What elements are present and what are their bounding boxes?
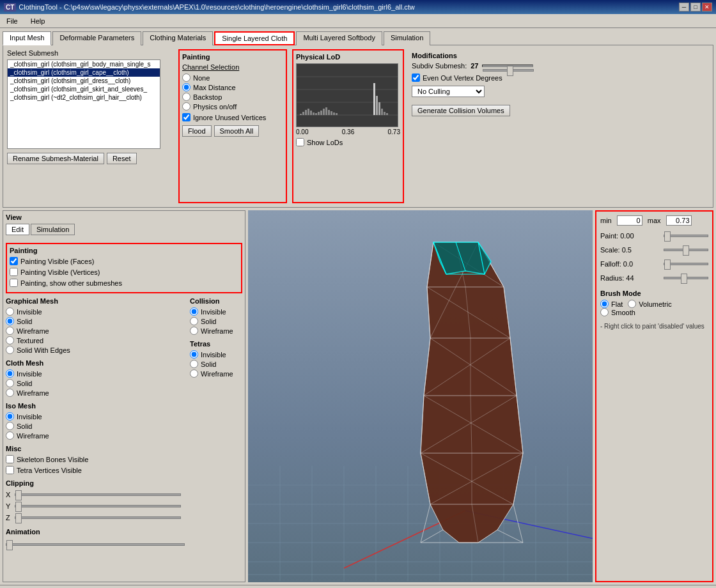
radius-slider[interactable] <box>664 273 708 283</box>
gm-wireframe[interactable]: Wireframe <box>6 327 185 335</box>
brush-mode-header: Brush Mode <box>600 290 708 297</box>
even-out-row[interactable]: Even Out Vertex Degrees <box>412 74 706 82</box>
tab-simulation[interactable]: Simulation <box>31 224 75 235</box>
submesh-item-1[interactable]: _clothsim_girl (clothsim_girl_cape__clot… <box>8 68 160 77</box>
tet-solid[interactable]: Solid <box>190 360 242 368</box>
tet-invisible[interactable]: Invisible <box>190 350 242 359</box>
menu-help[interactable]: Help <box>27 16 49 26</box>
gm-solid-edges[interactable]: Solid With Edges <box>6 346 185 354</box>
painting-actions: Flood Smooth All <box>182 125 283 137</box>
minimize-btn[interactable]: ─ <box>679 3 689 12</box>
channel-options: None Max Distance Backstop Physics on/of… <box>182 74 283 111</box>
channel-max-dist[interactable]: Max Distance <box>182 83 283 91</box>
brush-smooth-opt[interactable]: Smooth <box>600 308 635 316</box>
painting-visible-vertices-row[interactable]: Painting Visible (Vertices) <box>10 268 238 276</box>
svg-rect-22 <box>378 102 380 115</box>
im-wireframe[interactable]: Wireframe <box>6 431 185 440</box>
brush-volumetric[interactable]: Volumetric <box>628 300 671 308</box>
painting-visible-faces-row[interactable]: Painting Visible (Faces) <box>10 257 238 265</box>
collision-header: Collision <box>190 297 242 305</box>
maximize-btn[interactable]: □ <box>690 3 701 12</box>
subdiv-slider[interactable] <box>483 65 534 75</box>
svg-rect-14 <box>323 109 325 115</box>
smooth-all-btn[interactable]: Smooth All <box>214 125 260 137</box>
close-btn[interactable]: ✕ <box>702 3 712 12</box>
even-out-cb[interactable] <box>412 74 420 82</box>
lod-title: Physical LoD <box>296 53 400 61</box>
painting-visible-faces-cb[interactable] <box>10 257 18 265</box>
submesh-item-3[interactable]: _clothsim_girl (clothsim_girl_skirt_and_… <box>8 85 160 93</box>
col-invisible[interactable]: Invisible <box>190 307 242 316</box>
scale-slider[interactable] <box>664 245 708 255</box>
falloff-slider[interactable] <box>664 259 708 269</box>
show-lods-row[interactable]: Show LoDs <box>296 138 400 146</box>
ignore-unused-row[interactable]: Ignore Unused Vertices <box>182 113 283 121</box>
tetras-header: Tetras <box>190 340 242 348</box>
svg-rect-8 <box>307 109 309 115</box>
gm-invisible[interactable]: Invisible <box>6 307 185 316</box>
gm-solid[interactable]: Solid <box>6 317 185 325</box>
tab-input-mesh[interactable]: Input Mesh <box>3 31 51 45</box>
tab-simulation[interactable]: Simulation <box>384 31 430 45</box>
ignore-unused-cb[interactable] <box>182 113 191 121</box>
clipping-y-slider[interactable] <box>15 501 181 511</box>
brush-flat[interactable]: Flat <box>600 300 623 308</box>
submesh-item-0[interactable]: _clothsim_girl (clothsim_girl_body_main_… <box>8 60 160 68</box>
svg-rect-12 <box>318 112 320 115</box>
min-input[interactable] <box>617 215 642 226</box>
submesh-list[interactable]: _clothsim_girl (clothsim_girl_body_main_… <box>7 59 160 149</box>
submesh-item-4[interactable]: _clothsim_girl (~dt2_clothsim_girl_hair_… <box>8 93 160 102</box>
reset-btn[interactable]: Reset <box>107 153 137 164</box>
main-tabs: Input Mesh Deformable Parameters Clothin… <box>0 28 716 45</box>
tetra-vertices-row[interactable]: Tetra Vertices Visible <box>6 466 185 474</box>
channel-none[interactable]: None <box>182 74 283 82</box>
right-panel: min max Paint: 0.00 Scale: 0.5 Falloff: … <box>595 210 713 582</box>
min-max-row: min max <box>600 215 708 226</box>
skeleton-bones-row[interactable]: Skeleton Bones Visible <box>6 455 185 463</box>
show-lods-cb[interactable] <box>296 138 304 146</box>
cm-solid[interactable]: Solid <box>6 379 185 387</box>
right-click-note: - Right click to paint 'disabled' values <box>600 323 708 330</box>
clipping-z-slider[interactable] <box>15 513 181 523</box>
menu-file[interactable]: File <box>3 16 22 26</box>
animation-slider[interactable] <box>6 539 185 550</box>
painting-show-other-cb[interactable] <box>10 279 18 287</box>
rename-submesh-btn[interactable]: Rename Submesh-Material <box>7 153 104 164</box>
col-wireframe[interactable]: Wireframe <box>190 327 242 335</box>
im-invisible[interactable]: Invisible <box>6 412 185 421</box>
channel-backstop[interactable]: Backstop <box>182 93 283 101</box>
tab-edit[interactable]: Edit <box>6 224 29 235</box>
tetra-vertices-cb[interactable] <box>6 466 14 474</box>
im-solid[interactable]: Solid <box>6 422 185 430</box>
graphical-mesh-options: Invisible Solid Wireframe Textured Solid… <box>6 307 185 354</box>
cm-invisible[interactable]: Invisible <box>6 369 185 378</box>
submesh-item-2[interactable]: _clothsim_girl (clothsim_girl_dress__clo… <box>8 77 160 85</box>
culling-select[interactable]: No Culling Backface Culling Frontface Cu… <box>412 86 485 97</box>
mods-title: Modifications <box>412 52 706 59</box>
titlebar-title: ClothingTool - C:\p4sw\sw\legacy\physx\e… <box>19 3 414 11</box>
tab-multi-layered[interactable]: Multi Layered Softbody <box>296 31 382 45</box>
gm-textured[interactable]: Textured <box>6 336 185 344</box>
tet-wireframe[interactable]: Wireframe <box>190 369 242 378</box>
tab-deformable[interactable]: Deformable Parameters <box>52 31 141 45</box>
generate-collision-btn[interactable]: Generate Collision Volumes <box>412 105 510 116</box>
col-solid[interactable]: Solid <box>190 317 242 325</box>
content-area: Select Submesh _clothsim_girl (clothsim_… <box>3 45 713 208</box>
flood-btn[interactable]: Flood <box>182 125 212 137</box>
skeleton-bones-cb[interactable] <box>6 455 14 463</box>
clipping-x-slider[interactable] <box>15 490 181 500</box>
cloth-mesh-header: Cloth Mesh <box>6 359 185 367</box>
titlebar-controls[interactable]: ─ □ ✕ <box>679 3 712 12</box>
paint-slider[interactable] <box>664 231 708 241</box>
max-input[interactable] <box>666 215 692 226</box>
viewport[interactable] <box>248 210 593 582</box>
channel-physics-onoff[interactable]: Physics on/off <box>182 102 283 111</box>
right-view-col: Collision Invisible Solid Wireframe Tetr… <box>190 297 242 551</box>
svg-rect-7 <box>305 110 307 115</box>
painting-show-other-row[interactable]: Painting, show other submeshes <box>10 279 238 287</box>
painting-visible-vertices-cb[interactable] <box>10 268 18 276</box>
subdiv-value: 27 <box>471 62 478 70</box>
cm-wireframe[interactable]: Wireframe <box>6 389 185 397</box>
tab-single-layered[interactable]: Single Layered Cloth <box>214 31 295 45</box>
tab-clothing-materials[interactable]: Clothing Materials <box>143 31 213 45</box>
